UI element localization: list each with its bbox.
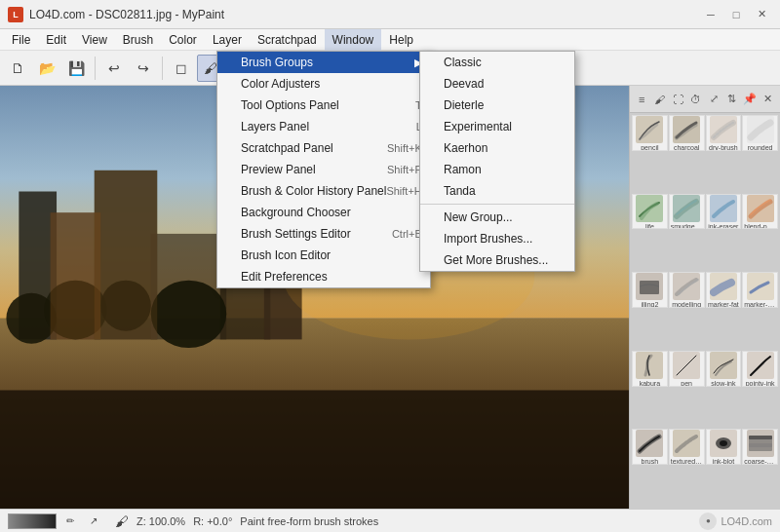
panel-brush-icon[interactable]: 🖌 — [652, 90, 669, 109]
menu-item-brush-groups[interactable]: Brush Groups ▶ — [217, 52, 430, 73]
brush-cell-slow-ink[interactable]: slow-ink — [706, 351, 742, 387]
brush-cell-blend[interactable]: blend-paint — [742, 194, 778, 230]
brush-cell-kabura[interactable]: kabura — [632, 351, 668, 387]
brush-group-import[interactable]: Import Brushes... — [420, 228, 574, 249]
menu-item-brush-settings-label: Brush Settings Editor — [241, 227, 351, 241]
menu-help[interactable]: Help — [381, 29, 421, 51]
panel-pin-icon[interactable]: 📌 — [742, 90, 759, 109]
eraser-button[interactable]: ◻ — [168, 55, 195, 82]
logo-area: ● LO4D.com — [699, 513, 772, 530]
brush-label-dry-brush: dry-brush — [708, 144, 739, 150]
menu-item-layers[interactable]: Layers Panel L — [217, 116, 430, 137]
brush-group-new[interactable]: New Group... — [420, 207, 574, 228]
brush-preview-pointy-ink — [747, 352, 774, 379]
brush-group-kaerhon[interactable]: Kaerhon — [420, 137, 574, 159]
submenu-separator — [420, 204, 574, 205]
window-controls: ─ □ ✕ — [700, 6, 772, 23]
menu-item-brush-icon-label: Brush Icon Editor — [241, 248, 331, 262]
brush-label-marker-fat: marker-fat — [707, 301, 740, 307]
menu-item-scratchpad[interactable]: Scratchpad Panel Shift+K — [217, 137, 430, 159]
menu-brush[interactable]: Brush — [115, 29, 161, 51]
brush-cell-pen[interactable]: pen — [669, 351, 705, 387]
svg-rect-20 — [749, 436, 772, 439]
brush-group-deevad[interactable]: Deevad — [420, 73, 574, 95]
menu-item-tool-options-label: Tool Options Panel — [241, 98, 339, 112]
brush-cell-illing2[interactable]: illing2 — [632, 272, 668, 308]
brush-cell-pointy-ink[interactable]: pointy-ink — [742, 351, 778, 387]
panel-sort-icon[interactable]: ⇅ — [724, 90, 741, 109]
brush-label-ink-blot: ink-blot — [712, 458, 736, 464]
brush-cell-modelling[interactable]: modelling — [669, 272, 705, 308]
status-bar-left: ✏ ↗ — [8, 512, 103, 531]
maximize-button[interactable]: □ — [725, 6, 747, 23]
panel-close-icon[interactable]: ✕ — [760, 90, 777, 109]
pick-color-button[interactable]: ↗ — [84, 512, 103, 531]
menu-item-brush-history[interactable]: Brush & Color History Panel Shift+H — [217, 180, 430, 202]
menu-view[interactable]: View — [74, 29, 115, 51]
brush-preview-kabura — [636, 352, 663, 379]
brush-cell-rounded[interactable]: rounded — [742, 115, 778, 151]
brush-label-slow-ink: slow-ink — [710, 380, 736, 386]
logo-text: LO4D.com — [721, 515, 772, 527]
brush-cell-marker-sml[interactable]: marker-sml — [742, 272, 778, 308]
brush-group-classic-label: Classic — [444, 56, 482, 69]
brush-cell-ink-eraser[interactable]: ink-eraser — [706, 194, 742, 230]
close-button[interactable]: ✕ — [751, 6, 772, 23]
brush-group-dieterle-label: Dieterle — [444, 98, 484, 112]
brush-group-tanda[interactable]: Tanda — [420, 180, 574, 202]
menu-item-brush-settings[interactable]: Brush Settings Editor Ctrl+B — [217, 223, 430, 245]
undo-button[interactable]: ↩ — [100, 55, 128, 82]
brush-group-dieterle[interactable]: Dieterle — [420, 95, 574, 116]
menu-item-preferences[interactable]: Edit Preferences — [217, 266, 430, 287]
menu-layer[interactable]: Layer — [205, 29, 250, 51]
color-swatch[interactable] — [8, 513, 57, 529]
brush-cell-brush[interactable]: brush — [632, 429, 668, 465]
title-text: LO4D.com - DSC02811.jpg - MyPaint — [29, 8, 224, 21]
brush-cell-textured-ink[interactable]: textured-ink — [669, 429, 705, 465]
menu-color[interactable]: Color — [161, 29, 205, 51]
brush-preview-blend — [747, 195, 774, 222]
brush-preview-slow-ink — [710, 352, 737, 379]
menu-edit[interactable]: Edit — [38, 29, 74, 51]
brush-cell-marker-fat[interactable]: marker-fat — [706, 272, 742, 308]
menu-item-brush-icon[interactable]: Brush Icon Editor — [217, 245, 430, 266]
brush-cell-pencil[interactable]: pencil — [632, 115, 668, 151]
menu-item-background[interactable]: Background Chooser — [217, 202, 430, 223]
brush-preview-ink-blot — [710, 430, 737, 457]
brush-group-classic[interactable]: Classic — [420, 52, 574, 73]
menu-file[interactable]: File — [4, 29, 38, 51]
menu-item-preview[interactable]: Preview Panel Shift+P — [217, 159, 430, 180]
brush-group-ramon[interactable]: Ramon — [420, 159, 574, 180]
save-button[interactable]: 💾 — [62, 55, 90, 82]
brush-cell-dry-brush[interactable]: dry-brush — [706, 115, 742, 151]
brush-label-kabura: kabura — [639, 380, 661, 386]
menu-item-tool-options[interactable]: Tool Options Panel T — [217, 95, 430, 116]
brush-cell-coarse[interactable]: coarse-bulk-3 — [742, 429, 778, 465]
panel-expand-icon[interactable]: ⤢ — [706, 90, 722, 109]
brush-group-more[interactable]: Get More Brushes... — [420, 249, 574, 271]
brush-label-charcoal: charcoal — [673, 144, 700, 150]
edit-color-button[interactable]: ✏ — [60, 512, 80, 531]
open-button[interactable]: 📂 — [33, 55, 60, 82]
menu-window[interactable]: Window — [325, 29, 382, 51]
panel-clock-icon[interactable]: ⏱ — [688, 90, 705, 109]
new-button[interactable]: 🗋 — [4, 55, 31, 82]
minimize-button[interactable]: ─ — [700, 6, 722, 23]
shortcut-brush-settings: Ctrl+B — [392, 228, 422, 240]
menu-item-color-adjusters[interactable]: Color Adjusters — [217, 73, 430, 95]
brush-label-pointy-ink: pointy-ink — [745, 380, 776, 386]
brush-cell-ink-blot[interactable]: ink-blot — [706, 429, 742, 465]
brush-cell-smudge[interactable]: smudge+paint — [669, 194, 705, 230]
panel-menu-icon[interactable]: ≡ — [634, 90, 650, 109]
menu-scratchpad[interactable]: Scratchpad — [250, 29, 325, 51]
brush-group-new-label: New Group... — [444, 210, 513, 224]
brush-cell-charcoal[interactable]: charcoal — [669, 115, 705, 151]
right-panel: ≡ 🖌 ⛶ ⏱ ⤢ ⇅ 📌 ✕ pencil — [629, 86, 780, 509]
brush-cell-life[interactable]: life — [632, 194, 668, 230]
redo-button[interactable]: ↪ — [130, 55, 157, 82]
brush-group-experimental[interactable]: Experimental — [420, 116, 574, 137]
status-hint: Paint free-form brush strokes — [240, 515, 378, 527]
panel-fullscreen-icon[interactable]: ⛶ — [670, 90, 686, 109]
menu-item-color-adjusters-label: Color Adjusters — [241, 77, 320, 91]
shortcut-brush-history: Shift+H — [386, 185, 421, 197]
